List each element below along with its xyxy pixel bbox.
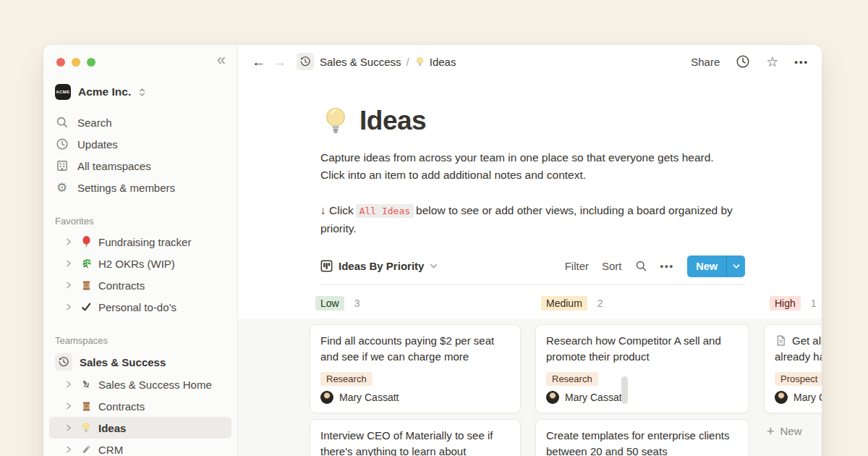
card-person: Mary C (775, 391, 822, 404)
breadcrumb-current[interactable]: Ideas (430, 56, 456, 68)
chevron-right-icon[interactable] (65, 424, 74, 431)
new-button[interactable]: New (687, 256, 745, 277)
more-options-icon[interactable]: ••• (660, 261, 675, 271)
card-title: Interview CEO of Materially to see if th… (320, 428, 510, 456)
breadcrumb-separator: / (401, 56, 414, 68)
add-card-label: New (780, 425, 802, 437)
board-column-headers: Low 3 Medium 2 High 1 (238, 296, 822, 311)
sidebar-menu: Search Updates All teamspaces ⚙ Settings… (43, 111, 237, 198)
sidebar-item-label: Ideas (98, 422, 126, 434)
sidebar-item-sales-success[interactable]: Sales & Success (43, 350, 237, 373)
board-view-icon (320, 260, 333, 272)
chevron-right-icon[interactable] (65, 381, 74, 388)
star-icon[interactable]: ☆ (766, 55, 778, 69)
topbar: ← → Sales & Success / Ideas Share ☆ ••• (238, 45, 822, 78)
workspace-switcher[interactable]: ACME Acme Inc. (43, 84, 237, 100)
scroll-icon (79, 399, 93, 413)
teamspaces-list: Sales & Success Sales & Success Home Con… (43, 350, 237, 456)
crm-icon (79, 442, 93, 456)
view-name: Ideas By Priority (339, 260, 424, 272)
sidebar-item-h2-okrs[interactable]: H2 OKRs (WIP) (49, 253, 231, 274)
sidebar-item-contracts-fav[interactable]: Contracts (49, 274, 231, 296)
more-options-icon[interactable]: ••• (794, 56, 809, 67)
sidebar-item-label: Fundraising tracker (98, 236, 191, 248)
search-icon[interactable] (635, 260, 647, 272)
tag-research: Research (546, 372, 598, 386)
board-card[interactable]: Interview CEO of Materially to see if th… (310, 419, 521, 456)
search-icon (55, 116, 69, 130)
board-card[interactable]: Create templates for enterprise clients … (535, 419, 749, 456)
view-switcher[interactable]: Ideas By Priority (320, 260, 438, 272)
breadcrumb-parent[interactable]: Sales & Success (320, 56, 401, 68)
sidebar-item-crm[interactable]: CRM (49, 439, 231, 456)
chevron-right-icon[interactable] (65, 402, 74, 410)
card-title: Create templates for enterprise clients … (546, 428, 739, 456)
sidebar-item-personal-todos[interactable]: Personal to-do’s (49, 296, 231, 318)
sidebar-item-label: Settings & members (77, 182, 175, 194)
balloon-icon (79, 235, 93, 249)
sidebar-item-label: Search (77, 117, 112, 129)
herb-icon (79, 256, 93, 271)
chevron-right-icon[interactable] (65, 238, 74, 245)
forward-arrow-icon[interactable]: → (273, 55, 286, 69)
sidebar-collapse-icon[interactable]: « (217, 52, 226, 68)
sidebar-item-search[interactable]: Search (43, 111, 237, 133)
sidebar-item-ideas[interactable]: Ideas (49, 417, 231, 439)
new-button-label[interactable]: New (687, 256, 726, 277)
sidebar-item-updates[interactable]: Updates (43, 133, 237, 155)
back-arrow-icon[interactable]: ← (252, 55, 265, 69)
zoom-window-button[interactable] (87, 58, 95, 67)
clock-icon (55, 138, 69, 151)
lightbulb-icon[interactable] (320, 104, 351, 138)
window-controls (43, 56, 237, 67)
scrollbar-thumb[interactable] (621, 376, 628, 404)
sidebar: « ACME Acme Inc. Search Updates (43, 45, 238, 456)
breadcrumb: Sales & Success / Ideas (320, 56, 456, 68)
new-button-dropdown[interactable] (726, 256, 745, 277)
column-header-high[interactable]: High 1 (764, 296, 822, 311)
sidebar-item-label: Personal to-do’s (98, 301, 176, 313)
close-window-button[interactable] (56, 58, 65, 67)
card-person: Mary Cassatt (320, 391, 510, 404)
board-card[interactable]: Find all accounts paying $2 per seat and… (310, 324, 521, 413)
chevron-right-icon[interactable] (65, 260, 74, 267)
priority-pill-low: Low (315, 296, 344, 311)
sidebar-item-label: H2 OKRs (WIP) (98, 258, 175, 270)
sidebar-item-fundraising-tracker[interactable]: Fundraising tracker (49, 231, 231, 253)
chevron-down-icon (430, 262, 438, 270)
chevron-right-icon[interactable] (65, 446, 74, 453)
person-name: Mary Cassatt (565, 392, 624, 403)
chevron-updown-icon (138, 87, 146, 98)
sidebar-item-sales-success-home[interactable]: Sales & Success Home (49, 373, 231, 395)
column-header-medium[interactable]: Medium 2 (535, 296, 764, 311)
plus-icon: + (767, 425, 775, 438)
sidebar-item-label: CRM (98, 444, 123, 456)
add-card-button[interactable]: + New (764, 425, 822, 438)
sidebar-item-label: Contracts (98, 279, 145, 292)
clock-icon[interactable] (736, 54, 750, 69)
chevron-right-icon[interactable] (65, 282, 74, 289)
share-button[interactable]: Share (691, 56, 720, 68)
history-clock-icon (55, 353, 72, 371)
board-card[interactable]: Get all already ha Prospect Mary C (764, 324, 822, 413)
sidebar-item-all-teamspaces[interactable]: All teamspaces (43, 155, 237, 177)
sidebar-item-label: Sales & Success Home (98, 379, 212, 391)
chevron-right-icon[interactable] (65, 303, 74, 311)
column-header-low[interactable]: Low 3 (310, 296, 535, 311)
board-card[interactable]: Research how Competitor A sell and promo… (535, 324, 749, 413)
card-title: Find all accounts paying $2 per seat and… (320, 333, 510, 366)
sidebar-item-contracts-ts[interactable]: Contracts (49, 395, 231, 417)
lightbulb-icon (79, 421, 93, 435)
history-clock-icon[interactable] (297, 53, 314, 70)
workspace-logo: ACME (55, 84, 71, 100)
column-count: 3 (354, 297, 360, 309)
check-icon (79, 300, 93, 314)
page-content: Ideas Capture ideas from across your tea… (238, 78, 822, 456)
workspace-name: Acme Inc. (78, 85, 131, 98)
tag-prospect: Prospect (775, 372, 822, 386)
sort-button[interactable]: Sort (602, 260, 622, 272)
title-row: Ideas (320, 104, 745, 138)
minimize-window-button[interactable] (72, 58, 80, 67)
filter-button[interactable]: Filter (565, 260, 589, 272)
sidebar-item-settings[interactable]: ⚙ Settings & members (43, 177, 237, 198)
